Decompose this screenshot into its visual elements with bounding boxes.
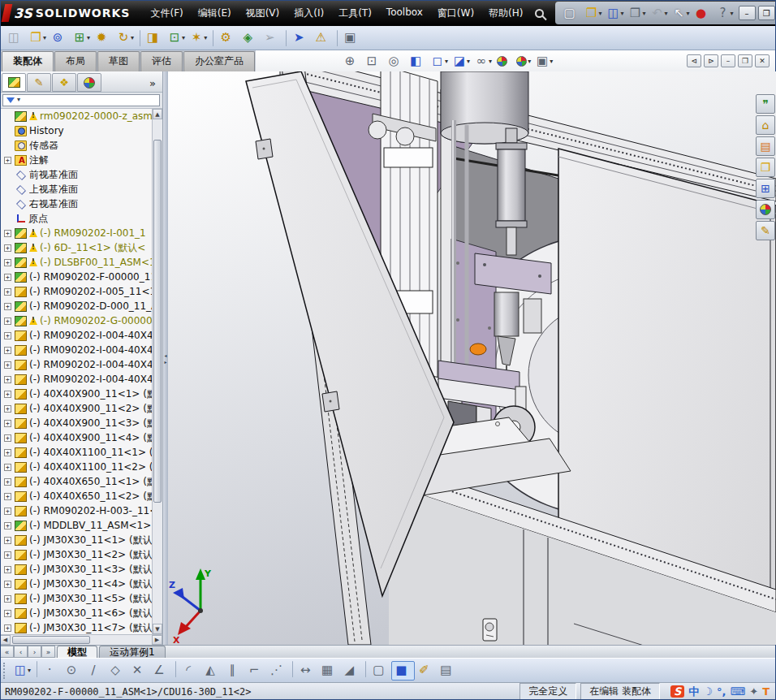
tree-item[interactable]: + (-) RM090202-H-003-_11< xyxy=(0,503,152,518)
design-library-icon[interactable]: ▤ xyxy=(756,136,775,156)
tree-item[interactable]: + 注解 xyxy=(0,153,152,167)
circle-icon[interactable]: ⊙▾ xyxy=(63,661,84,681)
appearances-scenes-icon[interactable] xyxy=(756,200,775,219)
exploded-view-icon[interactable]: ⚙▾ xyxy=(217,28,239,48)
mirror-entities-icon[interactable]: ◭▾ xyxy=(201,661,223,681)
tree-item[interactable]: + History xyxy=(0,123,152,138)
file-explorer-icon[interactable]: ❐ xyxy=(756,158,775,177)
smart-dimension-icon[interactable]: ↔▾ xyxy=(296,661,318,681)
tree-item[interactable]: + 原点 xyxy=(0,211,152,226)
command-tab[interactable]: 办公室产品 xyxy=(183,51,255,71)
displaymanager-tab[interactable] xyxy=(77,73,101,92)
tree-item[interactable]: + (-) RM090202-I-004-40X4 xyxy=(0,357,152,372)
expander-icon[interactable]: + xyxy=(4,347,11,354)
tree-item[interactable]: + (-) 40X40X650_11<1> (默 xyxy=(0,474,152,489)
menu-item[interactable]: 插入(I) xyxy=(287,3,331,24)
wireframe-display-icon[interactable]: ▢▾ xyxy=(369,661,391,681)
tree-item[interactable]: + (-) 6D-_11<1> (默认< xyxy=(0,240,152,255)
tree-item[interactable]: + (-) RM090202-I-005_11<1 xyxy=(0,284,152,299)
hide-show-items-icon[interactable]: ∞▾ xyxy=(472,52,494,70)
command-tab[interactable]: 布局 xyxy=(54,51,97,71)
expander-icon[interactable]: + xyxy=(4,230,11,237)
panel-overflow-button[interactable]: » xyxy=(144,77,161,92)
insert-components-icon[interactable]: ◫▾ xyxy=(5,28,27,48)
smart-fasteners-icon[interactable]: ✹▾ xyxy=(93,28,114,48)
instant3d-icon[interactable]: ➤▾ xyxy=(290,28,312,48)
tree-item[interactable]: + (-) JM30X30_11<6> (默认 xyxy=(0,606,152,620)
shaded-display-icon[interactable]: ■▾ xyxy=(391,661,415,681)
table-icon[interactable]: ▤▾ xyxy=(437,661,459,681)
new-document-icon[interactable]: ▢▾ xyxy=(560,3,582,23)
toolbar-icon[interactable]: ▾ xyxy=(175,661,176,677)
reference-geometry-icon[interactable]: ✶▾ xyxy=(188,28,209,48)
trim-entities-icon[interactable]: ✕▾ xyxy=(128,661,150,681)
viewport[interactable]: Y Z X ❞ ⌂ ▤ xyxy=(168,71,776,645)
scrollbar-thumb[interactable] xyxy=(12,636,90,644)
tree-item[interactable]: + (-) 40X40X900_11<4> (默 xyxy=(0,430,152,445)
scroll-left-icon[interactable]: ◀ xyxy=(0,635,11,645)
construction-geometry-icon[interactable]: ⋰▾ xyxy=(267,661,289,681)
scrollbar-thumb[interactable] xyxy=(153,140,162,503)
expander-icon[interactable]: + xyxy=(4,610,11,617)
chinese-mode-icon[interactable]: 中 xyxy=(688,686,699,697)
expander-icon[interactable]: + xyxy=(4,478,11,486)
menu-item[interactable]: 窗口(W) xyxy=(430,3,481,24)
angle-snap-icon[interactable]: ◢▾ xyxy=(340,661,362,681)
tree-item[interactable]: + (-) RM090202-D-000_11_A xyxy=(0,299,152,313)
selection-filter-icon[interactable]: ●▾ xyxy=(692,3,714,23)
doc-close-button[interactable]: ✕ xyxy=(755,54,770,67)
tree-item[interactable]: + (-) 40X40X900_11<1> (默 xyxy=(0,387,152,401)
tree-item[interactable]: + (-) JM30X30_11<2> (默认 xyxy=(0,547,152,562)
sketch-fillet-icon[interactable]: ∠▾ xyxy=(150,661,172,681)
section-view-icon[interactable]: ◧▾ xyxy=(407,52,429,70)
menu-item[interactable]: 工具(T) xyxy=(331,3,379,24)
expander-icon[interactable]: + xyxy=(4,449,11,456)
toolbar-grip[interactable] xyxy=(3,663,6,679)
search-icon[interactable] xyxy=(535,9,544,18)
expander-icon[interactable]: + xyxy=(4,332,11,339)
tree-item[interactable]: + rm090202-0000-z_asm (默 xyxy=(0,109,152,123)
expander-icon[interactable]: + xyxy=(4,522,11,529)
punctuation-icon[interactable]: °, xyxy=(717,686,726,697)
tree-item[interactable]: + (-) JM30X30_11<4> (默认 xyxy=(0,577,152,591)
expander-icon[interactable]: + xyxy=(4,420,11,427)
expander-icon[interactable]: + xyxy=(4,157,11,164)
edit-appearance-icon[interactable]: ▾ xyxy=(494,52,514,70)
doc-minimize-button[interactable]: – xyxy=(721,54,735,67)
new-motion-study-icon[interactable]: ➢▾ xyxy=(261,28,282,48)
pane-right-button[interactable]: ⊳ xyxy=(704,54,718,67)
open-part-icon[interactable]: ❐▾ xyxy=(27,28,49,48)
save-icon[interactable]: ◫▾ xyxy=(605,3,627,23)
view-orientation-icon[interactable]: ◻▾ xyxy=(429,52,451,70)
resources-home-icon[interactable]: ⌂ xyxy=(756,115,775,135)
command-tab[interactable]: 评估 xyxy=(140,51,183,71)
tree-item[interactable]: + (-) MDDLBV_11_ASM<1> (默 xyxy=(0,518,152,533)
expander-icon[interactable]: + xyxy=(4,318,11,325)
mate-icon[interactable]: ⊚▾ xyxy=(49,28,71,48)
toolbar-icon[interactable]: ▾ xyxy=(37,661,37,677)
tree-item[interactable]: + (-) JM30X30_11<3> (默认 xyxy=(0,562,152,577)
tree-item[interactable]: + (-) 40X40X900_11<3> (默 xyxy=(0,416,152,430)
tree-item[interactable]: + (-) RM090202-G-00000 xyxy=(0,313,152,328)
expander-icon[interactable]: + xyxy=(4,508,11,515)
toolbar-icon[interactable]: ▾ xyxy=(140,30,140,46)
undo-icon[interactable]: ↶▾ xyxy=(649,3,670,23)
move-component-icon[interactable]: ↻▾ xyxy=(114,28,136,48)
assembly-features-icon[interactable]: ⊡▾ xyxy=(166,28,188,48)
expander-icon[interactable]: + xyxy=(4,551,11,559)
tree-item[interactable]: + (-) JM30X30_11<1> (默认 xyxy=(0,533,152,547)
propertymanager-tab[interactable]: ✎ xyxy=(27,73,51,92)
tree-item[interactable]: + (-) RM090202-F-00000_11 xyxy=(0,270,152,284)
motion-next-button[interactable]: › xyxy=(28,646,41,658)
menu-item[interactable]: 帮助(H) xyxy=(481,3,530,24)
photoview-preview-icon[interactable]: ▣▾ xyxy=(341,28,363,48)
toolbar-icon[interactable]: ▾ xyxy=(292,661,293,677)
motion-prev-button[interactable]: ‹ xyxy=(14,646,28,658)
zoom-to-selection-icon[interactable]: ◎▾ xyxy=(385,52,407,70)
sketch-point-icon[interactable]: ·▾ xyxy=(41,661,63,681)
tree-item[interactable]: + (-) 40X40X650_11<2> (默 xyxy=(0,489,152,503)
tree-item[interactable]: + (-) DLSBF00_11_ASM<1 xyxy=(0,255,152,270)
tree-item[interactable]: + (-) RM090202-I-004-40X4 xyxy=(0,343,152,357)
expander-icon[interactable]: + xyxy=(4,566,11,573)
menu-item[interactable]: 视图(V) xyxy=(239,3,287,24)
